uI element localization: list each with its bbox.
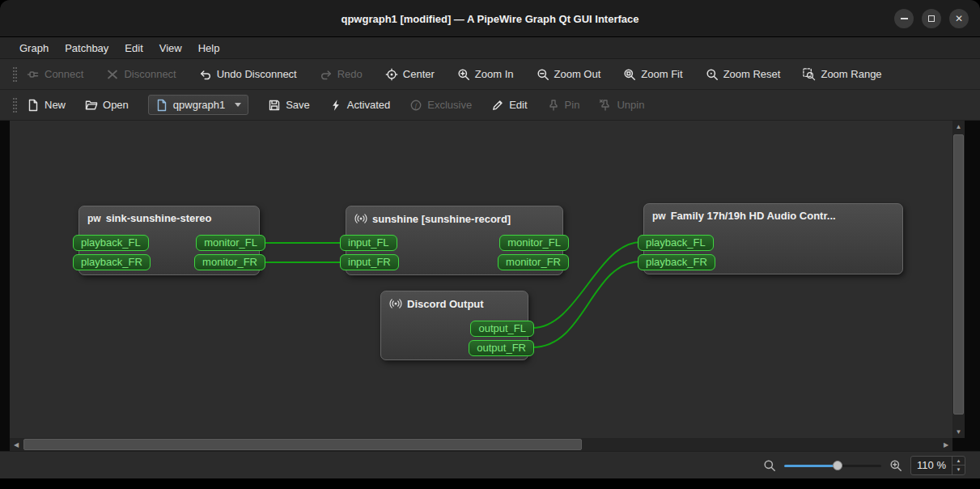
new-button[interactable]: New: [27, 99, 66, 112]
maximize-button[interactable]: [922, 9, 941, 28]
horizontal-scrollbar[interactable]: ◀ ▶: [10, 438, 952, 451]
graph-canvas[interactable]: pw sink-sunshine-stereo playback_FL play…: [10, 121, 952, 438]
node-sink-sunshine-stereo[interactable]: pw sink-sunshine-stereo playback_FL play…: [78, 206, 260, 275]
zoom-in-icon: [457, 68, 470, 81]
scroll-down-arrow[interactable]: ▼: [952, 426, 965, 438]
stream-icon: [389, 297, 402, 310]
node-discord-output[interactable]: Discord Output output_FL output_FR: [380, 291, 528, 360]
zoom-range-button[interactable]: Zoom Range: [803, 68, 881, 81]
spin-down-button[interactable]: ▼: [952, 466, 965, 474]
connect-button[interactable]: Connect: [27, 68, 83, 81]
zoom-fit-label: Zoom Fit: [641, 68, 682, 80]
svg-text:f: f: [415, 100, 418, 108]
center-button[interactable]: Center: [385, 68, 435, 81]
zoom-out-button[interactable]: Zoom Out: [537, 68, 601, 81]
edit-button[interactable]: Edit: [491, 99, 527, 112]
menu-view[interactable]: View: [151, 37, 190, 58]
port-input_FR[interactable]: input_FR: [340, 254, 399, 270]
node-family-hd-audio[interactable]: pw Family 17h/19h HD Audio Contr... play…: [643, 203, 903, 274]
port-output_FR[interactable]: output_FR: [469, 340, 534, 356]
window-title: qpwgraph1 [modified] — A PipeWire Graph …: [0, 0, 980, 37]
disconnect-button[interactable]: Disconnect: [106, 68, 176, 81]
port-monitor_FR[interactable]: monitor_FR: [498, 254, 569, 270]
scroll-right-arrow[interactable]: ▶: [940, 438, 952, 451]
port-monitor_FR[interactable]: monitor_FR: [194, 254, 265, 270]
zoom-in-label: Zoom In: [475, 68, 514, 80]
menu-patchbay[interactable]: Patchbay: [57, 37, 117, 58]
zoom-slider[interactable]: [784, 459, 881, 472]
redo-label: Redo: [337, 68, 363, 80]
scroll-up-arrow[interactable]: ▲: [952, 121, 965, 133]
pencil-icon: [491, 99, 504, 112]
pin-label: Pin: [565, 99, 580, 111]
unpin-label: Unpin: [617, 99, 644, 111]
combo-value: qpwgraph1: [173, 99, 225, 111]
menu-graph[interactable]: Graph: [11, 37, 57, 58]
port-playback_FR[interactable]: playback_FR: [73, 254, 151, 270]
port-monitor_FL[interactable]: monitor_FL: [196, 235, 265, 251]
exclusive-button[interactable]: f Exclusive: [409, 99, 472, 112]
unpin-button[interactable]: Unpin: [599, 99, 644, 112]
activated-button[interactable]: Activated: [329, 99, 390, 112]
zoom-range-icon: [803, 68, 816, 81]
output-ports: monitor_FL monitor_FR: [194, 235, 265, 270]
zoom-fit-button[interactable]: Zoom Fit: [623, 68, 682, 81]
save-label: Save: [286, 99, 310, 111]
port-output_FL[interactable]: output_FL: [470, 321, 534, 337]
node-header: Discord Output: [381, 291, 528, 313]
edit-label: Edit: [509, 99, 527, 111]
file-icon: [155, 99, 168, 112]
center-label: Center: [403, 68, 435, 80]
scroll-left-arrow[interactable]: ◀: [10, 438, 23, 451]
app-window: qpwgraph1 [modified] — A PipeWire Graph …: [0, 0, 980, 489]
node-sunshine-record[interactable]: sunshine [sunshine-record] input_FL inpu…: [346, 206, 563, 275]
toolbar-drag-handle[interactable]: [13, 98, 17, 113]
node-title: sunshine [sunshine-record]: [372, 213, 511, 225]
node-title: Family 17h/19h HD Audio Contr...: [671, 210, 836, 222]
close-button[interactable]: ✕: [949, 9, 969, 28]
node-title: Discord Output: [407, 298, 484, 310]
port-monitor_FL[interactable]: monitor_FL: [499, 235, 569, 251]
port-playback_FR[interactable]: playback_FR: [638, 254, 715, 270]
port-input_FL[interactable]: input_FL: [340, 235, 397, 251]
menu-help[interactable]: Help: [190, 37, 228, 58]
stream-icon: [354, 212, 367, 225]
open-button[interactable]: Open: [85, 99, 129, 112]
activated-label: Activated: [347, 99, 390, 111]
redo-icon: [320, 68, 333, 81]
connect-icon: [27, 68, 40, 81]
titlebar[interactable]: qpwgraph1 [modified] — A PipeWire Graph …: [0, 0, 980, 37]
save-button[interactable]: Save: [268, 99, 310, 112]
vertical-scrollbar[interactable]: ▲ ▼: [952, 121, 965, 438]
input-ports: playback_FL playback_FR: [73, 235, 151, 270]
port-playback_FL[interactable]: playback_FL: [73, 235, 149, 251]
slider-handle[interactable]: [833, 461, 842, 470]
patchbay-toolbar: New Open qpwgraph1 Save Activated f Excl…: [0, 90, 980, 121]
spin-up-button[interactable]: ▲: [952, 457, 965, 466]
input-ports: playback_FL playback_FR: [638, 235, 715, 270]
horizontal-scroll-thumb[interactable]: [23, 439, 582, 450]
zoom-spinbox[interactable]: 110 % ▲ ▼: [910, 456, 965, 475]
disconnect-icon: [106, 68, 119, 81]
toolbar-drag-handle[interactable]: [13, 67, 17, 82]
save-icon: [268, 99, 281, 112]
redo-button[interactable]: Redo: [320, 68, 363, 81]
node-header: sunshine [sunshine-record]: [346, 206, 562, 228]
undo-disconnect-button[interactable]: Undo Disconnect: [199, 68, 297, 81]
pin-button[interactable]: Pin: [547, 99, 580, 112]
center-icon: [385, 68, 398, 81]
input-ports: input_FL input_FR: [340, 235, 399, 270]
node-title: sink-sunshine-stereo: [106, 212, 212, 224]
patchbay-file-combo[interactable]: qpwgraph1: [148, 95, 248, 115]
graph-toolbar: Connect Disconnect Undo Disconnect Redo …: [0, 59, 980, 90]
vertical-scroll-thumb[interactable]: [953, 134, 964, 415]
zoom-reset-button[interactable]: Zoom Reset: [706, 68, 781, 81]
zoom-controls: 110 % ▲ ▼: [763, 456, 965, 475]
menu-edit[interactable]: Edit: [117, 37, 151, 58]
minimize-button[interactable]: [894, 9, 914, 28]
zoom-in-button[interactable]: Zoom In: [457, 68, 514, 81]
port-playback_FL[interactable]: playback_FL: [638, 235, 714, 251]
zoom-reset-icon: [706, 68, 719, 81]
exclusive-icon: f: [409, 99, 422, 112]
lightning-bolt-icon: [329, 99, 342, 112]
